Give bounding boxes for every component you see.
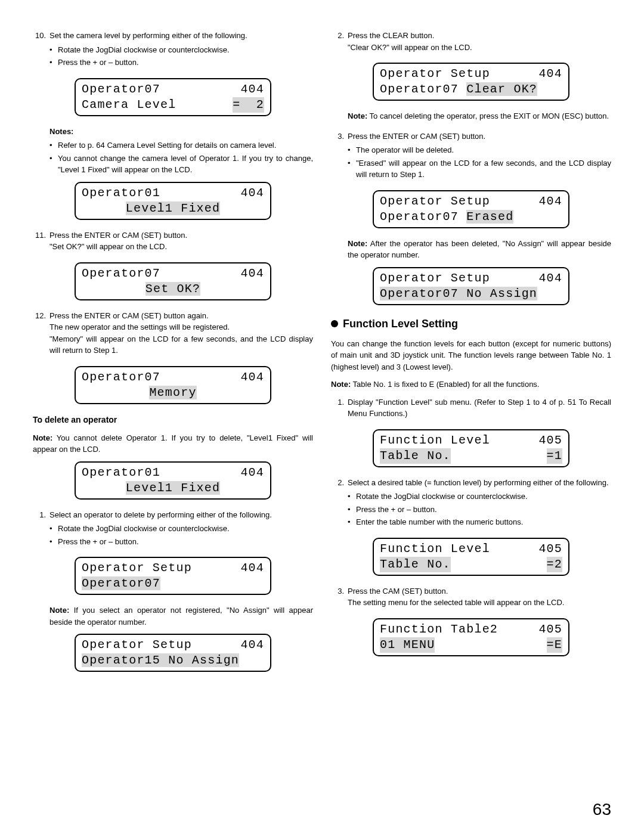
- lcd-display: Operator01404Level1 Fixed: [75, 182, 271, 220]
- right-column: 2.Press the CLEAR button."Clear OK?" wil…: [331, 30, 611, 681]
- lcd-line: Operator Setup: [380, 66, 490, 82]
- lcd-line: 404: [240, 266, 264, 281]
- fls-step-2: 2.Select a desired table (= function lev…: [331, 477, 611, 528]
- lcd-line: Operator15 No Assign: [82, 653, 239, 667]
- step-number: 10.: [33, 30, 49, 42]
- lcd-line: Clear OK?: [466, 82, 537, 96]
- lcd-display: Function Table240501 MENU=E: [373, 618, 569, 656]
- bullet-icon: •: [348, 144, 356, 156]
- lcd-line: Operator07: [82, 576, 160, 590]
- step-number: 2.: [331, 30, 348, 53]
- step-text: Display "Function Level" sub menu. (Refe…: [348, 396, 611, 420]
- lcd-display: Operator Setup404Operator07 Erased: [373, 190, 569, 228]
- bullet-text: Rotate the JogDial clockwise or counterc…: [58, 523, 313, 535]
- lcd-line: =E: [547, 637, 562, 653]
- step-number: 1.: [331, 396, 348, 420]
- lcd-line: =2: [547, 557, 562, 572]
- lcd-line: Function Level: [380, 433, 490, 448]
- lcd-line: Operator07: [82, 266, 160, 281]
- bullet-icon: •: [49, 139, 58, 151]
- step-text: Select a desired table (= function level…: [348, 477, 611, 489]
- bullet-text: Press the + or – button.: [356, 504, 611, 516]
- lcd-display: Function Level405Table No.=1: [373, 429, 569, 467]
- lcd-line: Function Level: [380, 541, 490, 557]
- note-text: If you select an operator not registered…: [49, 606, 313, 627]
- lcd-line: Set OK?: [145, 282, 200, 296]
- subheading-delete-operator: To delete an operator: [33, 414, 313, 426]
- note-text: You cannot delete Operator 1. If you try…: [33, 433, 313, 454]
- lcd-line: Level1 Fixed: [126, 481, 220, 495]
- lcd-line: 404: [240, 82, 264, 97]
- lcd-display: Operator Setup404Operator15 No Assign: [75, 634, 271, 672]
- step-text: Set the camera level by performing eithe…: [49, 30, 313, 42]
- lcd-line: Camera Level: [82, 97, 176, 113]
- lcd-line: Operator Setup: [380, 271, 490, 286]
- bullet-icon: •: [49, 153, 58, 176]
- lcd-line: 404: [240, 465, 264, 480]
- lcd-line: Operator Setup: [380, 194, 490, 209]
- lcd-line: Level1 Fixed: [126, 201, 220, 215]
- lcd-line: 404: [240, 637, 264, 653]
- step-number: 3.: [331, 585, 348, 609]
- note-label: Note:: [348, 239, 367, 248]
- bullet-text: The operator will be deleted.: [356, 144, 611, 156]
- step-text: Select an operator to delete by performi…: [49, 509, 313, 521]
- step-text: Press the ENTER or CAM (SET) button.: [49, 230, 313, 241]
- lcd-line: Operator07 No Assign: [380, 287, 537, 300]
- lcd-line: Operator01: [82, 185, 160, 201]
- note-text: After the operator has been deleted, "No…: [348, 239, 611, 260]
- lcd-display: Function Level405Table No.=2: [373, 538, 569, 576]
- note-text: To cancel deleting the operator, press t…: [367, 111, 609, 120]
- step-number: 3.: [331, 131, 348, 142]
- manual-page: 10. Set the camera level by performing e…: [0, 0, 644, 834]
- lcd-display: Operator07404Memory: [75, 366, 271, 404]
- lcd-line: 404: [538, 271, 562, 286]
- bullet-text: Rotate the JogDial clockwise or counterc…: [58, 44, 313, 56]
- bullet-icon: •: [348, 504, 356, 516]
- lcd-display: Operator Setup404Operator07 No Assign: [373, 267, 569, 305]
- lcd-display: Operator Setup404Operator07 Clear OK?: [373, 63, 569, 101]
- lcd-line: Operator07: [82, 370, 160, 385]
- step-12: 12.Press the ENTER or CAM (SET) button a…: [33, 310, 313, 356]
- step-text: "Clear OK?" will appear on the LCD.: [348, 42, 611, 54]
- lcd-line: 404: [538, 194, 562, 209]
- heading-function-level-setting: Function Level Setting: [331, 316, 611, 332]
- note-block: Note: Table No. 1 is fixed to E (Enabled…: [331, 379, 611, 390]
- note-label: Note:: [348, 111, 367, 120]
- step-text: "Set OK?" will appear on the LCD.: [49, 241, 313, 253]
- bullet-icon: •: [348, 157, 356, 181]
- lcd-line: Function Table2: [380, 622, 498, 637]
- note-block: Note: To cancel deleting the operator, p…: [348, 110, 611, 122]
- lcd-line: 405: [538, 541, 562, 557]
- bullet-text: Press the + or – button.: [58, 57, 313, 69]
- note-block: Note: After the operator has been delete…: [348, 238, 611, 261]
- note-text: Refer to p. 64 Camera Level Setting for …: [58, 139, 313, 151]
- lcd-display: Operator Setup404Operator07: [75, 557, 271, 595]
- delete-step-2: 2.Press the CLEAR button."Clear OK?" wil…: [331, 30, 611, 53]
- note-label: Note:: [33, 433, 52, 442]
- note-text: Table No. 1 is fixed to E (Enabled) for …: [351, 380, 539, 389]
- lcd-line: Operator01: [82, 465, 160, 480]
- lcd-line: Table No.: [380, 448, 451, 464]
- lcd-line: Erased: [466, 210, 513, 224]
- lcd-line: 405: [538, 433, 562, 448]
- fls-step-3: 3.Press the CAM (SET) button.The setting…: [331, 585, 611, 609]
- bullet-icon: •: [348, 516, 356, 528]
- step-text: Press the ENTER or CAM (SET) button.: [348, 131, 611, 142]
- heading-text: Function Level Setting: [343, 316, 458, 332]
- fls-step-1: 1.Display "Function Level" sub menu. (Re…: [331, 396, 611, 420]
- step-text: Press the ENTER or CAM (SET) button agai…: [49, 310, 313, 322]
- bullet-text: Press the + or – button.: [58, 536, 313, 548]
- notes-heading: Notes:: [49, 126, 313, 138]
- step-text: "Memory" will appear on the LCD for a fe…: [49, 333, 313, 356]
- lcd-display: Operator01404Level1 Fixed: [75, 461, 271, 500]
- lcd-line: Memory: [149, 386, 196, 399]
- lcd-line: Operator Setup: [82, 560, 192, 576]
- step-11: 11.Press the ENTER or CAM (SET) button."…: [33, 230, 313, 253]
- note-label: Note:: [331, 380, 351, 389]
- lcd-line: Operator07: [380, 82, 466, 96]
- lcd-line: 404: [240, 560, 264, 576]
- lcd-line: =1: [547, 448, 562, 464]
- lcd-display: Operator07404Set OK?: [75, 262, 271, 300]
- bullet-icon: •: [348, 491, 356, 503]
